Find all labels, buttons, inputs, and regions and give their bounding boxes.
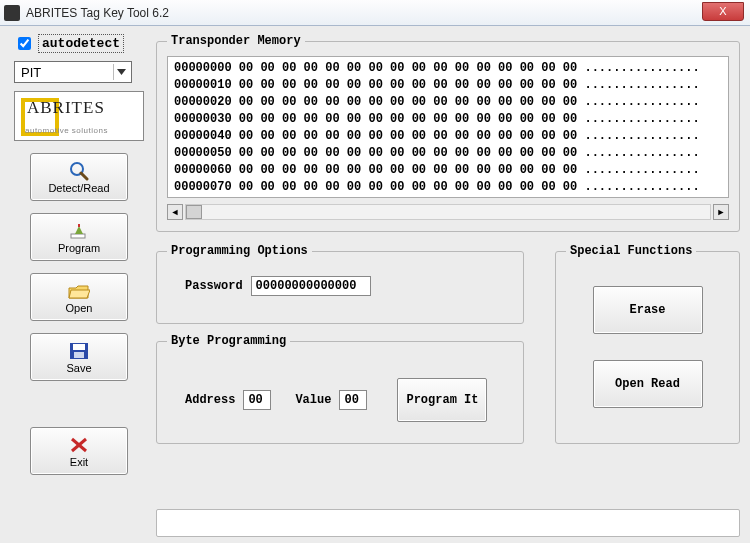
scroll-left-icon[interactable]: ◄ bbox=[167, 204, 183, 220]
detect-read-button[interactable]: Detect/Read bbox=[30, 153, 128, 201]
svg-rect-3 bbox=[71, 234, 85, 238]
hex-dump-view[interactable]: 00000000 00 00 00 00 00 00 00 00 00 00 0… bbox=[167, 56, 729, 198]
floppy-disk-icon bbox=[68, 341, 90, 361]
erase-button[interactable]: Erase bbox=[593, 286, 703, 334]
btn-label: Program It bbox=[406, 393, 478, 407]
svg-rect-9 bbox=[73, 344, 85, 350]
svg-marker-7 bbox=[69, 290, 90, 298]
brand-logo: ABRITES automotive solutions bbox=[14, 91, 144, 141]
status-bar bbox=[156, 509, 740, 537]
btn-label: Detect/Read bbox=[48, 182, 109, 194]
horizontal-scrollbar[interactable]: ◄ ► bbox=[167, 204, 729, 220]
svg-rect-5 bbox=[78, 224, 80, 227]
password-label: Password bbox=[185, 279, 243, 293]
btn-label: Open bbox=[66, 302, 93, 314]
address-label: Address bbox=[185, 393, 235, 407]
autodetect-row: autodetect bbox=[14, 34, 144, 53]
titlebar: ABRITES Tag Key Tool 6.2 X bbox=[0, 0, 750, 26]
group-legend: Transponder Memory bbox=[167, 34, 305, 48]
open-button[interactable]: Open bbox=[30, 273, 128, 321]
window-title: ABRITES Tag Key Tool 6.2 bbox=[26, 6, 169, 20]
close-icon: X bbox=[719, 5, 726, 17]
address-input[interactable] bbox=[243, 390, 271, 410]
pencil-icon bbox=[68, 221, 90, 241]
special-functions-group: Special Functions Erase Open Read bbox=[555, 244, 740, 444]
save-button[interactable]: Save bbox=[30, 333, 128, 381]
exit-button[interactable]: Exit bbox=[30, 427, 128, 475]
logo-subtext: automotive solutions bbox=[25, 126, 108, 135]
value-label: Value bbox=[295, 393, 331, 407]
program-it-button[interactable]: Program It bbox=[397, 378, 487, 422]
close-button[interactable]: X bbox=[702, 2, 744, 21]
value-input[interactable] bbox=[339, 390, 367, 410]
transponder-memory-group: Transponder Memory 00000000 00 00 00 00 … bbox=[156, 34, 740, 232]
close-x-icon bbox=[68, 435, 90, 455]
btn-label: Erase bbox=[629, 303, 665, 317]
byte-programming-group: Byte Programming Address Value Program I… bbox=[156, 334, 524, 444]
client-area: autodetect PIT ABRITES automotive soluti… bbox=[0, 26, 750, 543]
app-icon bbox=[4, 5, 20, 21]
group-legend: Programming Options bbox=[167, 244, 312, 258]
transponder-type-select[interactable]: PIT bbox=[14, 61, 132, 83]
btn-label: Save bbox=[66, 362, 91, 374]
scroll-track[interactable] bbox=[185, 204, 711, 220]
svg-rect-10 bbox=[74, 352, 84, 358]
programming-options-group: Programming Options Password bbox=[156, 244, 524, 324]
password-input[interactable] bbox=[251, 276, 371, 296]
left-column: autodetect PIT ABRITES automotive soluti… bbox=[14, 34, 144, 487]
right-area: Transponder Memory 00000000 00 00 00 00 … bbox=[156, 34, 740, 537]
logo-text: ABRITES bbox=[27, 98, 105, 118]
group-legend: Byte Programming bbox=[167, 334, 290, 348]
btn-label: Open Read bbox=[615, 377, 680, 391]
chevron-down-icon bbox=[113, 64, 129, 80]
program-button[interactable]: Program bbox=[30, 213, 128, 261]
autodetect-label: autodetect bbox=[38, 34, 124, 53]
scroll-right-icon[interactable]: ► bbox=[713, 204, 729, 220]
svg-marker-0 bbox=[117, 69, 126, 75]
svg-marker-4 bbox=[75, 226, 83, 234]
magnifier-icon bbox=[68, 161, 90, 181]
btn-label: Exit bbox=[70, 456, 88, 468]
group-legend: Special Functions bbox=[566, 244, 696, 258]
svg-line-2 bbox=[81, 173, 87, 179]
scroll-thumb[interactable] bbox=[186, 205, 202, 219]
btn-label: Program bbox=[58, 242, 100, 254]
folder-open-icon bbox=[68, 281, 90, 301]
open-read-button[interactable]: Open Read bbox=[593, 360, 703, 408]
autodetect-checkbox[interactable] bbox=[18, 37, 31, 50]
select-value: PIT bbox=[21, 65, 41, 80]
